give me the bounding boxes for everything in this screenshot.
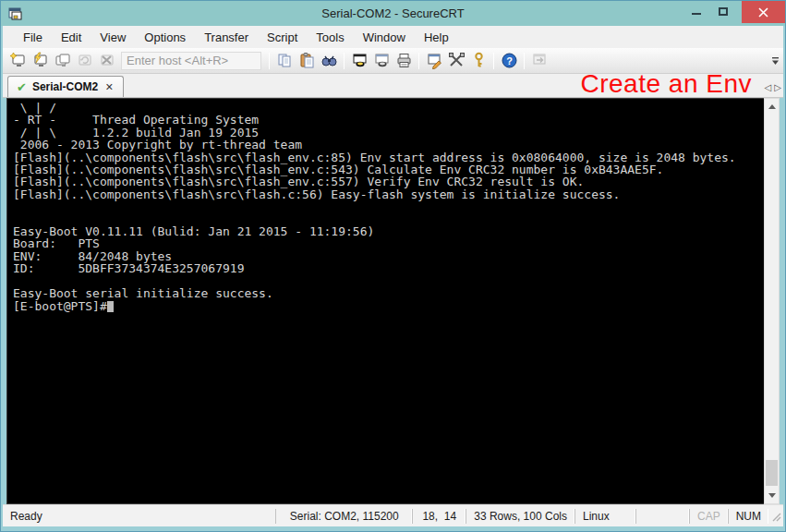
resize-grip[interactable] <box>768 509 783 524</box>
menu-tools[interactable]: Tools <box>307 28 353 47</box>
terminal-cursor <box>107 301 114 312</box>
window-controls <box>683 1 785 26</box>
toolbar-separator <box>524 53 525 69</box>
quick-connect-icon[interactable] <box>6 50 29 72</box>
status-caps-lock: CAP <box>689 509 728 524</box>
toolbar-separator <box>269 53 270 69</box>
toolbar-separator <box>418 53 419 69</box>
status-spacer <box>635 509 689 524</box>
minimize-icon <box>692 13 701 15</box>
tab-close-icon[interactable]: × <box>103 80 115 93</box>
toolbar-separator <box>493 53 494 69</box>
terminal-region: \ | / - RT - Thread Operating System / |… <box>6 98 780 504</box>
securefx-icon[interactable] <box>528 50 550 72</box>
status-ready: Ready <box>3 510 275 523</box>
menu-window[interactable]: Window <box>354 28 415 47</box>
toolbar-separator <box>344 53 345 69</box>
host-input[interactable] <box>121 52 261 70</box>
status-cursor-position: 18, 14 <box>412 509 466 524</box>
status-num-lock: NUM <box>728 509 768 524</box>
terminal-scrollbar[interactable] <box>764 98 780 504</box>
maximize-icon <box>719 7 728 16</box>
help-icon[interactable]: ? <box>498 50 520 72</box>
clone-session-icon[interactable] <box>51 50 73 72</box>
tab-bar: ✔ Serial-COM2 × Create an Env ◁ ▷ <box>3 74 783 98</box>
scrollbar-track[interactable] <box>765 115 779 488</box>
terminal-text: \ | / - RT - Thread Operating System / |… <box>13 101 736 300</box>
key-agent-icon[interactable] <box>467 50 490 72</box>
annotation-create-an-env: Create an Env <box>581 69 753 99</box>
minimize-button[interactable] <box>683 1 709 21</box>
menu-file[interactable]: File <box>14 28 52 47</box>
menu-script[interactable]: Script <box>258 28 307 47</box>
menu-transfer[interactable]: Transfer <box>195 28 258 47</box>
print-icon[interactable] <box>393 50 415 72</box>
menu-help[interactable]: Help <box>415 28 458 47</box>
menu-view[interactable]: View <box>91 28 135 47</box>
window-title: Serial-COM2 - SecureCRT <box>1 6 785 20</box>
terminal-output: \ | / - RT - Thread Operating System / |… <box>7 99 764 312</box>
status-bar: Ready Serial: COM2, 115200 18, 14 33 Row… <box>3 504 783 526</box>
command-window-icon[interactable] <box>370 50 393 72</box>
tab-scroll-right-icon[interactable]: ▷ <box>774 82 781 92</box>
toolbar-overflow-icon[interactable] <box>768 52 781 70</box>
menu-bar: File Edit View Options Transfer Script T… <box>3 26 783 48</box>
scroll-down-icon[interactable] <box>765 488 779 503</box>
reconnect-icon[interactable] <box>73 50 95 72</box>
close-button[interactable] <box>742 1 785 23</box>
svg-text:?: ? <box>506 55 513 66</box>
menu-options[interactable]: Options <box>135 28 195 47</box>
copy-icon[interactable] <box>273 50 296 72</box>
tab-label: Serial-COM2 <box>32 80 98 93</box>
tab-scrollers: ◁ ▷ <box>765 82 781 92</box>
terminal-prompt: [E-boot@PTS]# <box>13 299 107 313</box>
session-options-icon[interactable] <box>423 50 445 72</box>
scroll-up-icon[interactable] <box>765 99 779 115</box>
connect-icon[interactable] <box>29 50 51 72</box>
tab-scroll-left-icon[interactable]: ◁ <box>765 82 772 92</box>
session-manager-icon[interactable] <box>348 50 370 72</box>
connected-check-icon: ✔ <box>17 81 27 93</box>
terminal-screen[interactable]: \ | / - RT - Thread Operating System / |… <box>6 98 764 504</box>
scrollbar-thumb[interactable] <box>766 460 778 486</box>
close-icon <box>758 7 768 18</box>
tab-serial-com2[interactable]: ✔ Serial-COM2 × <box>7 76 124 97</box>
maximize-button[interactable] <box>709 1 736 21</box>
window-bottom-frame <box>1 526 785 531</box>
status-serial: Serial: COM2, 115200 <box>275 509 412 524</box>
securecrt-window: Serial-COM2 - SecureCRT File Edit View O… <box>0 0 786 532</box>
status-emulation: Linux <box>574 509 635 524</box>
find-icon[interactable] <box>318 50 340 72</box>
menu-edit[interactable]: Edit <box>52 28 91 47</box>
disconnect-icon[interactable] <box>95 50 117 72</box>
global-options-icon[interactable] <box>445 50 467 72</box>
status-grid-size: 33 Rows, 100 Cols <box>466 509 574 524</box>
paste-icon[interactable] <box>296 50 318 72</box>
title-bar: Serial-COM2 - SecureCRT <box>1 1 785 26</box>
